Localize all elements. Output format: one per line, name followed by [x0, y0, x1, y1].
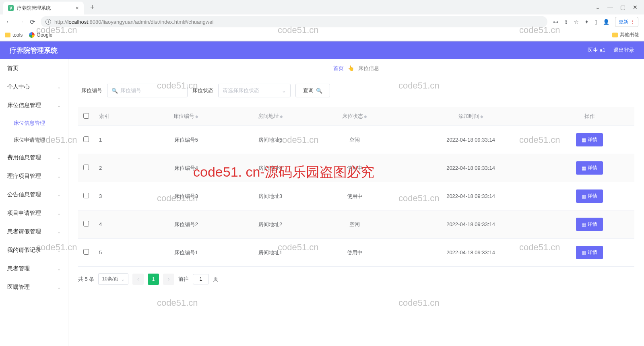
user-label[interactable]: 医生 a1 [588, 47, 605, 54]
status-select[interactable]: 请选择床位状态 ⌄ [218, 84, 291, 97]
key-icon[interactable]: ⊶ [553, 19, 558, 25]
main-content: 首页 👆 床位信息 床位编号 🔍 床位编号 床位状态 请选择床位状态 ⌄ 查询 … [68, 59, 644, 346]
minimize-icon[interactable]: — [607, 4, 613, 10]
bookmark-bar: tools Google 其他书签 [0, 29, 644, 41]
col-time[interactable]: 添加时间 [458, 113, 479, 119]
sidebar-item[interactable]: 理疗项目管理⌄ [0, 167, 68, 185]
cell-time: 2022-04-18 09:33:14 [397, 182, 545, 210]
bookmark-other[interactable]: 其他书签 [612, 31, 639, 38]
sidebar-item[interactable]: 项目申请管理⌄ [0, 204, 68, 222]
prev-page-button[interactable]: ‹ [132, 274, 144, 285]
chevron-down-icon: ⌄ [57, 174, 61, 179]
share-icon[interactable]: ⇪ [564, 19, 568, 25]
row-checkbox[interactable] [83, 249, 89, 255]
sidebar-item-label: 公告信息管理 [7, 191, 41, 198]
col-status[interactable]: 床位状态 [342, 113, 363, 119]
profile-icon[interactable]: 👤 [603, 19, 609, 25]
chevron-down-icon: ⌄ [57, 103, 61, 108]
cell-room: 房间地址5 [228, 126, 312, 154]
close-icon[interactable]: × [76, 5, 79, 11]
query-button[interactable]: 查询 🔍 [295, 84, 330, 97]
extensions-icon[interactable]: ✦ [584, 19, 589, 25]
sort-icon[interactable]: ◆ [364, 114, 367, 119]
document-icon: ▦ [582, 222, 586, 227]
bookmark-google[interactable]: Google [29, 32, 52, 38]
cell-time: 2022-04-18 09:33:14 [397, 210, 545, 239]
sidebar-item-label: 理疗项目管理 [7, 173, 41, 180]
sidebar-item-label: 床位信息管理 [7, 102, 41, 109]
sort-icon[interactable]: ◆ [195, 114, 198, 119]
detail-button[interactable]: ▦ 详情 [576, 246, 603, 259]
sidebar-item[interactable]: 公告信息管理⌄ [0, 185, 68, 204]
maximize-icon[interactable]: ▢ [620, 4, 625, 10]
sidebar-item[interactable]: 首页 [0, 59, 68, 78]
reload-icon[interactable]: ⟳ [30, 18, 35, 26]
detail-button[interactable]: ▦ 详情 [576, 189, 603, 203]
sidebar-item[interactable]: 床位信息管理⌄ [0, 96, 68, 115]
chevron-down-icon: ⌄ [57, 285, 61, 290]
sidebar-item-label: 医嘱管理 [7, 284, 30, 291]
cell-index: 1 [94, 126, 144, 154]
bookmark-tools[interactable]: tools [5, 32, 23, 38]
sidebar-item[interactable]: 患者请假管理⌄ [0, 222, 68, 241]
pagination: 共 5 条 10条/页⌄ ‹ 1 › 前往 页 [78, 273, 634, 285]
app-title: 疗养院管理系统 [10, 46, 58, 55]
sidebar-item-label: 我的请假记录 [7, 247, 41, 254]
row-checkbox[interactable] [83, 165, 89, 170]
cell-status: 使用中 [312, 182, 396, 210]
sidebar-item[interactable]: 费用信息管理⌄ [0, 148, 68, 167]
forward-icon[interactable]: → [18, 18, 24, 25]
breadcrumb-home[interactable]: 首页 [333, 65, 344, 71]
col-action: 操作 [584, 113, 595, 119]
logout-link[interactable]: 退出登录 [613, 47, 634, 54]
select-all-checkbox[interactable] [83, 113, 89, 119]
sidebar-item[interactable]: 个人中心⌄ [0, 78, 68, 96]
per-page-select[interactable]: 10条/页⌄ [98, 273, 128, 285]
document-icon: ▦ [582, 250, 586, 255]
detail-button[interactable]: ▦ 详情 [576, 133, 603, 146]
cell-status: 空闲 [312, 126, 396, 154]
cell-bed: 床位编号5 [144, 126, 228, 154]
chevron-down-icon: ⌄ [57, 229, 61, 235]
col-bed[interactable]: 床位编号 [173, 113, 194, 119]
sidebar-item[interactable]: 医嘱管理⌄ [0, 278, 68, 297]
goto-input[interactable] [193, 274, 209, 284]
chevron-down-icon[interactable]: ⌄ [595, 4, 600, 10]
bed-search-input[interactable]: 🔍 床位编号 [107, 84, 188, 97]
detail-button[interactable]: ▦ 详情 [576, 218, 603, 231]
sidebar: 首页个人中心⌄床位信息管理⌄床位信息管理床位申请管理费用信息管理⌄理疗项目管理⌄… [0, 59, 68, 346]
sort-icon[interactable]: ◆ [280, 114, 283, 119]
new-tab-button[interactable]: + [87, 3, 98, 12]
col-room[interactable]: 房间地址 [258, 113, 279, 119]
chevron-down-icon: ⌄ [121, 276, 125, 282]
row-checkbox[interactable] [83, 136, 89, 142]
sidebar-item-label: 个人中心 [7, 83, 30, 91]
cell-bed: 床位编号4 [144, 154, 228, 182]
info-icon[interactable]: i [45, 19, 51, 25]
next-page-button[interactable]: › [163, 274, 174, 285]
table-row: 4床位编号2房间地址2空闲2022-04-18 09:33:14▦ 详情 [78, 210, 634, 239]
sidebar-item[interactable]: 我的请假记录⌄ [0, 241, 68, 260]
sidebar-sub-item[interactable]: 床位申请管理 [0, 132, 68, 148]
sidebar-item[interactable]: 患者管理⌄ [0, 260, 68, 278]
back-icon[interactable]: ← [6, 18, 12, 25]
table-row: 3床位编号3房间地址3使用中2022-04-18 09:33:14▦ 详情 [78, 182, 634, 210]
row-checkbox[interactable] [83, 193, 89, 198]
close-window-icon[interactable]: ✕ [633, 4, 638, 10]
address-bar: ← → ⟳ i http://localhost:8080/liaoyangyu… [0, 14, 644, 29]
update-button[interactable]: 更新 ⋮ [615, 17, 638, 27]
col-index[interactable]: 索引 [99, 113, 109, 119]
tab-bar: V 疗养院管理系统 × + ⌄ — ▢ ✕ [0, 0, 644, 14]
tab-title: 疗养院管理系统 [17, 5, 72, 12]
sort-icon[interactable]: ◆ [480, 114, 483, 119]
detail-button[interactable]: ▦ 详情 [576, 161, 603, 175]
chevron-down-icon: ⌄ [57, 155, 61, 161]
row-checkbox[interactable] [83, 221, 89, 227]
url-input[interactable]: i http://localhost:8080/liaoyangyuan/adm… [41, 16, 547, 27]
sidebar-sub-item[interactable]: 床位信息管理 [0, 115, 68, 132]
browser-tab[interactable]: V 疗养院管理系统 × [3, 2, 84, 14]
page-number-button[interactable]: 1 [148, 274, 159, 285]
panel-icon[interactable]: ▯ [594, 19, 597, 25]
hand-icon: 👆 [348, 65, 354, 71]
star-icon[interactable]: ☆ [574, 19, 579, 25]
